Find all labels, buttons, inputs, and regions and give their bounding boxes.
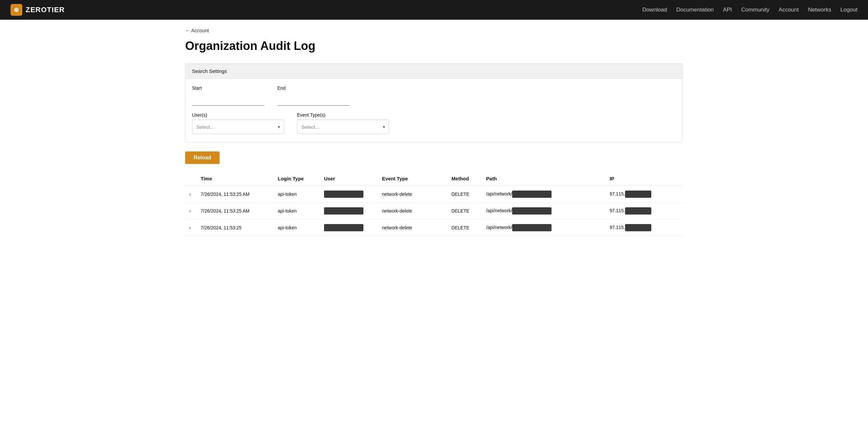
cell-path: /api/network/ <box>482 220 606 236</box>
cell-ip: 97.115. <box>606 185 683 203</box>
end-label: End <box>277 85 350 91</box>
reload-button[interactable]: Reload <box>185 151 220 164</box>
cell-login-type: api-token <box>274 220 320 236</box>
cell-login-type: api-token <box>274 185 320 203</box>
expand-row-button[interactable]: › <box>189 192 191 197</box>
start-group: Start <box>192 85 264 106</box>
col-header-expand <box>185 173 197 185</box>
col-header-ip: IP <box>606 173 683 185</box>
redacted-user <box>324 191 364 198</box>
community-link[interactable]: Community <box>741 6 770 13</box>
cell-time: 7/26/2024, 11:53:25 AM <box>197 185 274 203</box>
redacted-user <box>324 224 364 231</box>
navbar: ⊕ ZEROTIER DownloadDocumentationAPICommu… <box>0 0 868 20</box>
search-panel: Search Settings Start End User(s) Selec <box>185 63 683 142</box>
users-label: User(s) <box>192 112 284 118</box>
cell-path: /api/network/ <box>482 203 606 220</box>
table-row: ›7/26/2024, 11:53:25api-tokennetwork-del… <box>185 220 683 236</box>
back-link[interactable]: ← Account <box>185 28 209 33</box>
cell-event-type: network-delete <box>378 185 448 203</box>
account-link[interactable]: Account <box>779 6 799 13</box>
col-header-user: User <box>320 173 378 185</box>
cell-time: 7/26/2024, 11:53:25 AM <box>197 203 274 220</box>
users-select[interactable]: Select... <box>192 120 284 134</box>
cell-method: DELETE <box>447 220 482 236</box>
date-row: Start End <box>192 85 676 106</box>
table-head: Time Login Type User Event Type Method P… <box>185 173 683 185</box>
users-select-wrapper: Select... ▾ <box>192 120 284 134</box>
event-type-label: Event Type(s) <box>297 112 389 118</box>
networks-link[interactable]: Networks <box>808 6 831 13</box>
redacted-path <box>512 224 552 231</box>
api-link[interactable]: API <box>723 6 732 13</box>
expand-row-button[interactable]: › <box>189 208 191 213</box>
cell-ip: 97.115. <box>606 220 683 236</box>
cell-path: /api/network/ <box>482 185 606 203</box>
page-title: Organization Audit Log <box>185 39 683 53</box>
cell-user <box>320 203 378 220</box>
logo-icon: ⊕ <box>10 4 22 16</box>
cell-time: 7/26/2024, 11:53:25 <box>197 220 274 236</box>
col-header-path: Path <box>482 173 606 185</box>
ip-prefix: 97.115. <box>610 191 625 197</box>
start-label: Start <box>192 85 264 91</box>
search-panel-body: Start End User(s) Select... ▾ <box>185 79 683 142</box>
redacted-ip <box>625 207 651 214</box>
logo: ⊕ ZEROTIER <box>10 4 642 16</box>
redacted-ip <box>625 224 651 231</box>
cell-login-type: api-token <box>274 203 320 220</box>
event-type-select[interactable]: Select... <box>297 120 389 134</box>
audit-table: Time Login Type User Event Type Method P… <box>185 173 683 236</box>
download-link[interactable]: Download <box>642 6 667 13</box>
col-header-time: Time <box>197 173 274 185</box>
cell-ip: 97.115. <box>606 203 683 220</box>
end-input[interactable] <box>277 93 350 106</box>
cell-method: DELETE <box>447 185 482 203</box>
documentation-link[interactable]: Documentation <box>676 6 714 13</box>
table-row: ›7/26/2024, 11:53:25 AMapi-tokennetwork-… <box>185 203 683 220</box>
ip-prefix: 97.115. <box>610 225 625 230</box>
search-panel-header: Search Settings <box>185 64 683 79</box>
table-header-row: Time Login Type User Event Type Method P… <box>185 173 683 185</box>
cell-event-type: network-delete <box>378 220 448 236</box>
table-row: ›7/26/2024, 11:53:25 AMapi-tokennetwork-… <box>185 185 683 203</box>
redacted-ip <box>625 191 651 198</box>
redacted-path <box>512 191 552 198</box>
redacted-path <box>512 207 552 214</box>
users-group: User(s) Select... ▾ <box>192 112 284 134</box>
redacted-user <box>324 207 364 214</box>
event-type-select-wrapper: Select... ▾ <box>297 120 389 134</box>
cell-event-type: network-delete <box>378 203 448 220</box>
start-input[interactable] <box>192 93 264 106</box>
nav-links: DownloadDocumentationAPICommunityAccount… <box>642 6 858 13</box>
col-header-login-type: Login Type <box>274 173 320 185</box>
event-type-group: Event Type(s) Select... ▾ <box>297 112 389 134</box>
end-group: End <box>277 85 350 106</box>
main-content: ← Account Organization Audit Log Search … <box>175 20 693 244</box>
ip-prefix: 97.115. <box>610 208 625 213</box>
col-header-event-type: Event Type <box>378 173 448 185</box>
logout-link[interactable]: Logout <box>840 6 858 13</box>
table-body: ›7/26/2024, 11:53:25 AMapi-tokennetwork-… <box>185 185 683 236</box>
col-header-method: Method <box>447 173 482 185</box>
cell-method: DELETE <box>447 203 482 220</box>
expand-row-button[interactable]: › <box>189 225 191 230</box>
logo-text: ZEROTIER <box>26 6 65 14</box>
cell-user <box>320 220 378 236</box>
select-row: User(s) Select... ▾ Event Type(s) Select… <box>192 112 676 134</box>
cell-user <box>320 185 378 203</box>
